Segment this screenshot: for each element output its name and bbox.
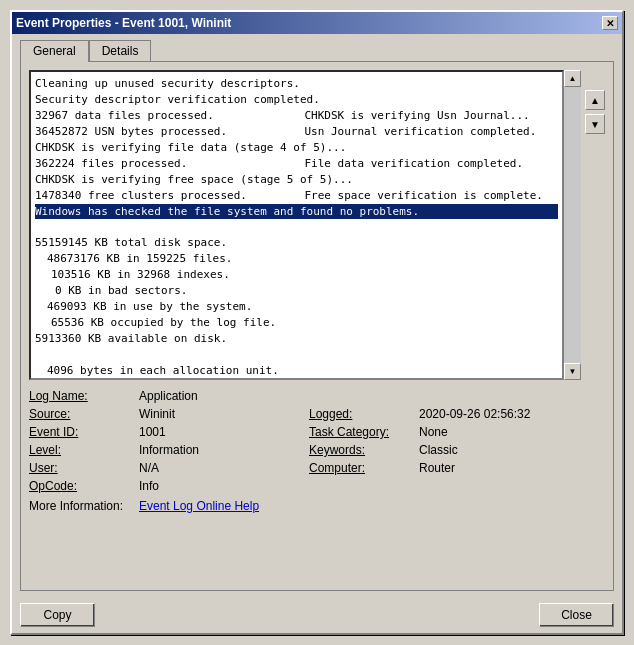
task-category-label: Task Category: xyxy=(309,424,419,440)
title-bar: Event Properties - Event 1001, Wininit ✕ xyxy=(12,12,622,34)
event-log-online-help-link[interactable]: Event Log Online Help xyxy=(139,499,259,513)
log-line: 4096 bytes in each allocation unit. xyxy=(35,363,558,379)
log-line: 1478340 free clusters processed. Free sp… xyxy=(35,188,558,204)
log-line: 362224 files processed. File data verifi… xyxy=(35,156,558,172)
info-grid: Log Name: Application Source: Wininit Lo… xyxy=(29,388,605,494)
keywords-label: Keywords: xyxy=(309,442,419,458)
log-area-wrapper: Cleaning up unused security descriptors.… xyxy=(29,70,605,380)
log-text-area[interactable]: Cleaning up unused security descriptors.… xyxy=(29,70,564,380)
log-line: 103516 KB in 32968 indexes. xyxy=(35,267,558,283)
level-value: Information xyxy=(139,442,309,458)
logged-value: 2020-09-26 02:56:32 xyxy=(419,406,579,422)
logged-label-spacer2 xyxy=(419,388,579,404)
opcode-value: Info xyxy=(139,478,309,494)
log-line: 48673176 KB in 159225 files. xyxy=(35,251,558,267)
log-line: CHKDSK is verifying file data (stage 4 o… xyxy=(35,140,558,156)
log-line xyxy=(35,219,558,235)
tab-details[interactable]: Details xyxy=(89,40,152,61)
log-line: 36452872 USN bytes processed. Usn Journa… xyxy=(35,124,558,140)
computer-label: Computer: xyxy=(309,460,419,476)
close-button[interactable]: Close xyxy=(539,603,614,627)
scroll-down-btn[interactable]: ▼ xyxy=(564,363,581,380)
more-info-label: More Information: xyxy=(29,498,139,514)
log-line: Security descriptor verification complet… xyxy=(35,92,558,108)
window-title: Event Properties - Event 1001, Wininit xyxy=(16,16,231,30)
scroll-up-btn[interactable]: ▲ xyxy=(564,70,581,87)
logged-label-spacer xyxy=(309,388,419,404)
log-name-label: Log Name: xyxy=(29,388,139,404)
source-label: Source: xyxy=(29,406,139,422)
info-section: Log Name: Application Source: Wininit Lo… xyxy=(29,388,605,514)
side-scroll-up-btn[interactable]: ▲ xyxy=(585,90,605,110)
log-line: 5913360 KB available on disk. xyxy=(35,331,558,347)
copy-button[interactable]: Copy xyxy=(20,603,95,627)
tab-bar: General Details xyxy=(20,40,614,61)
user-label: User: xyxy=(29,460,139,476)
bottom-bar: Copy Close xyxy=(12,597,622,633)
event-id-value: 1001 xyxy=(139,424,309,440)
log-line xyxy=(35,347,558,363)
level-label: Level: xyxy=(29,442,139,458)
tab-general[interactable]: General xyxy=(20,40,89,62)
side-scrollbar: ▲ ▼ xyxy=(585,70,605,380)
task-category-value: None xyxy=(419,424,579,440)
scroll-track[interactable] xyxy=(564,87,581,363)
event-id-label: Event ID: xyxy=(29,424,139,440)
window-close-button[interactable]: ✕ xyxy=(602,16,618,30)
window-body: General Details Cleaning up unused secur… xyxy=(12,34,622,597)
log-line-highlighted: Windows has checked the file system and … xyxy=(35,204,558,220)
log-line: CHKDSK is verifying free space (stage 5 … xyxy=(35,172,558,188)
keywords-value: Classic xyxy=(419,442,579,458)
log-line: 65536 KB occupied by the log file. xyxy=(35,315,558,331)
log-line: 55159145 KB total disk space. xyxy=(35,235,558,251)
opcode-label: OpCode: xyxy=(29,478,139,494)
log-scrollbar[interactable]: ▲ ▼ xyxy=(564,70,581,380)
log-line: 469093 KB in use by the system. xyxy=(35,299,558,315)
tab-content-general: Cleaning up unused security descriptors.… xyxy=(20,61,614,591)
side-scroll-down-btn[interactable]: ▼ xyxy=(585,114,605,134)
logged-label: Logged: xyxy=(309,406,419,422)
log-line: 32967 data files processed. CHKDSK is ve… xyxy=(35,108,558,124)
log-line: 13789786 total allocation units on disk. xyxy=(35,379,558,380)
computer-value: Router xyxy=(419,460,579,476)
source-value: Wininit xyxy=(139,406,309,422)
log-name-value: Application xyxy=(139,388,309,404)
log-line: Cleaning up unused security descriptors. xyxy=(35,76,558,92)
user-value: N/A xyxy=(139,460,309,476)
more-info-row: More Information: Event Log Online Help xyxy=(29,498,605,514)
log-line: 0 KB in bad sectors. xyxy=(35,283,558,299)
event-properties-window: Event Properties - Event 1001, Wininit ✕… xyxy=(10,10,624,635)
